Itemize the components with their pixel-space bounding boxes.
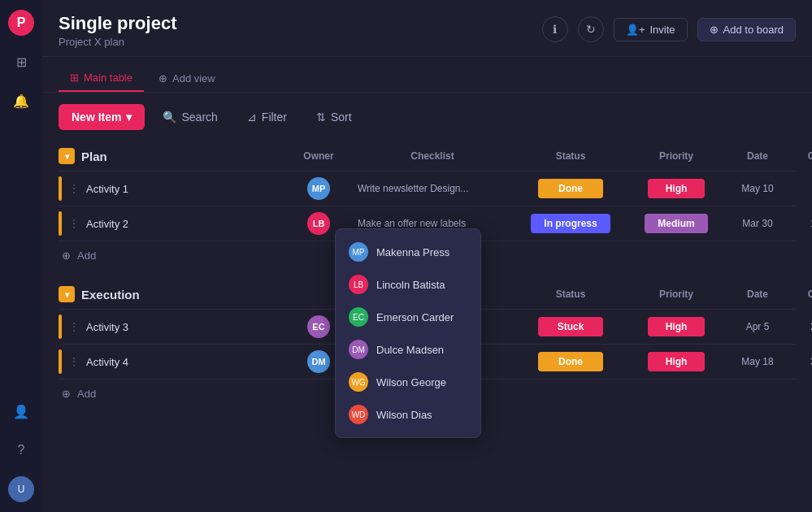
dropdown-item[interactable]: DM Dulce Madsen [336,333,480,366]
add-to-board-button[interactable]: ⊕ Add to board [697,18,796,41]
group-plan-collapse[interactable]: ▾ [59,148,75,164]
invite-button[interactable]: 👤+ Invite [614,18,688,41]
date-value: Apr 5 [725,321,790,332]
tab-main-table[interactable]: ⊞ Main table [59,65,144,92]
col-priority-exec: Priority [627,289,725,300]
col-date: Date [725,150,790,162]
sidebar: P ⊞ 🔔 👤 ? U [0,0,42,512]
dropdown-avatar: DM [349,340,368,359]
date-value: May 10 [725,183,790,194]
table-row: ⋮ Activity 2 LB MP Makenna Press LB [59,206,796,241]
row-activity-name[interactable]: Activity 1 [86,183,128,195]
owner-avatar[interactable]: LB [307,212,330,235]
date-value: Mar 30 [725,218,790,229]
app-logo[interactable]: P [8,10,34,36]
dropdown-avatar: MP [349,242,368,262]
sidebar-icon-grid[interactable]: ⊞ [8,49,34,75]
table-area: ▾ Plan Owner Checklist Status Priority D… [42,141,812,512]
search-button[interactable]: 🔍 Search [151,104,228,130]
table-row: ⋮ Activity 1 MP Write newsletter Design.… [59,171,796,206]
col-date-exec: Date [725,289,790,300]
new-item-button[interactable]: New Item ▾ [59,104,145,130]
drag-handle[interactable]: ⋮ [68,217,80,230]
drag-handle[interactable]: ⋮ [68,320,80,333]
col-cost: Cost/$ [790,150,812,162]
cost-value: 2,200 [790,321,812,332]
table-icon: ⊞ [70,72,79,84]
project-title: Single project [59,13,176,34]
dropdown-user-name[interactable]: Makenna Press [376,246,449,258]
add-view-icon: ⊕ [158,72,167,85]
sidebar-icon-help[interactable]: ? [8,437,34,463]
filter-button[interactable]: ⊿ Filter [236,104,298,130]
header: Single project Project X plan ℹ ↻ 👤+ Inv… [42,0,812,57]
col-cost-exec: Cost/$ [790,289,812,300]
priority-badge[interactable]: High [648,352,705,371]
sort-button[interactable]: ⇅ Sort [305,104,363,130]
filter-icon: ⊿ [247,111,257,124]
main-content: Single project Project X plan ℹ ↻ 👤+ Inv… [42,0,812,512]
status-badge[interactable]: Done [538,352,603,371]
add-circle-icon: ⊕ [62,388,71,400]
dropdown-avatar: EC [349,307,368,327]
header-actions: ℹ ↻ 👤+ Invite ⊕ Add to board [542,13,796,42]
date-value: May 18 [725,356,790,367]
sidebar-icon-person[interactable]: 👤 [8,398,34,424]
drag-handle[interactable]: ⋮ [68,182,80,195]
dropdown-user-name[interactable]: Wilson Dias [376,409,432,421]
row-activity-name[interactable]: Activity 2 [86,218,128,230]
priority-badge[interactable]: Medium [645,214,707,233]
add-circle-icon: ⊕ [62,249,71,262]
group-plan-label: Plan [81,150,107,163]
priority-badge[interactable]: High [648,317,705,336]
owner-dropdown[interactable]: MP Makenna Press LB Lincoln Batista EC E… [335,228,481,438]
chevron-down-icon: ▾ [126,111,132,124]
row-activity-name[interactable]: Activity 4 [86,356,128,368]
invite-icon: 👤+ [626,24,645,36]
info-button[interactable]: ℹ [542,16,568,42]
sidebar-avatar[interactable]: U [8,476,34,502]
cost-value: 3,250 [790,356,812,367]
refresh-button[interactable]: ↻ [578,16,604,42]
dropdown-item[interactable]: WD Wilson Dias [336,398,480,431]
col-status: Status [514,150,627,162]
header-left: Single project Project X plan [59,13,176,48]
checklist-text: Make an offer new labels [351,218,514,229]
col-owner: Owner [286,150,351,162]
group-execution-collapse[interactable]: ▾ [59,286,75,302]
dropdown-avatar: WD [349,405,368,424]
col-priority: Priority [627,150,725,162]
toolbar: New Item ▾ 🔍 Search ⊿ Filter ⇅ Sort [42,93,812,141]
view-tabs: ⊞ Main table ⊕ Add view [42,57,812,93]
col-status-exec: Status [514,289,627,300]
sidebar-icon-bell[interactable]: 🔔 [8,88,34,114]
add-circle-icon: ⊕ [710,24,719,36]
dropdown-avatar: WG [349,372,368,392]
dropdown-user-name[interactable]: Wilson George [376,376,446,388]
status-badge[interactable]: Stuck [538,317,603,336]
cost-value: 800 [790,183,812,194]
drag-handle[interactable]: ⋮ [68,355,80,368]
row-color-indicator [59,315,62,339]
group-plan-header: ▾ Plan Owner Checklist Status Priority D… [59,141,796,171]
priority-badge[interactable]: High [648,179,705,198]
status-badge[interactable]: In progress [531,214,610,233]
add-view-button[interactable]: ⊕ Add view [147,66,227,91]
dropdown-user-name[interactable]: Lincoln Batista [376,279,445,291]
owner-avatar[interactable]: MP [307,177,330,200]
dropdown-user-name[interactable]: Dulce Madsen [376,344,444,356]
dropdown-item[interactable]: EC Emerson Carder [336,301,480,333]
dropdown-item[interactable]: MP Makenna Press [336,236,480,268]
row-color-indicator [59,349,62,374]
owner-avatar[interactable]: DM [307,350,330,373]
dropdown-item[interactable]: WG Wilson George [336,366,480,398]
status-badge[interactable]: Done [538,179,603,198]
dropdown-user-name[interactable]: Emerson Carder [376,311,454,323]
search-icon: 🔍 [163,111,176,124]
row-activity-name[interactable]: Activity 3 [86,321,128,333]
group-execution-label: Execution [81,288,140,302]
owner-avatar[interactable]: EC [307,315,330,338]
col-checklist: Checklist [351,150,514,162]
sort-icon: ⇅ [316,111,326,124]
dropdown-item[interactable]: LB Lincoln Batista [336,268,480,301]
